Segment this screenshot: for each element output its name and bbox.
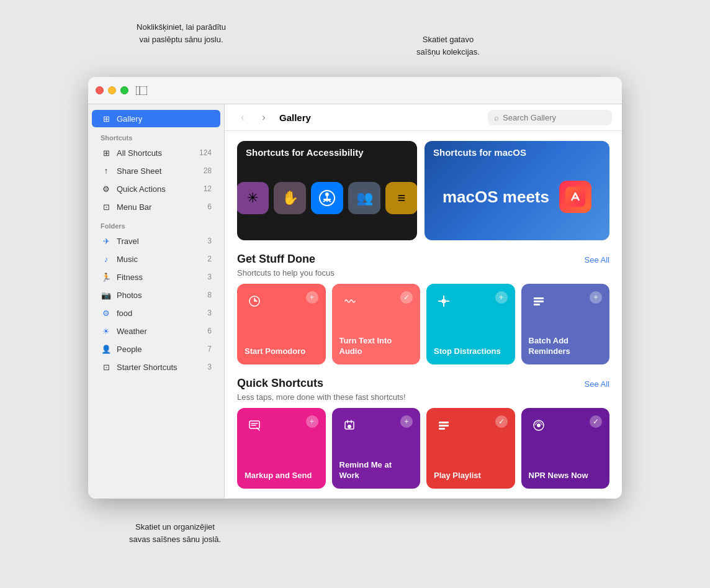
markup-send-icon [245, 415, 264, 435]
toolbar-title: Gallery [279, 112, 311, 123]
fitness-icon: 🏃 [101, 271, 112, 283]
shortcuts-section-label: Shortcuts [88, 128, 224, 143]
stop-distractions-icon [434, 291, 454, 311]
sidebar-item-music[interactable]: ♪ Music 2 [92, 250, 220, 268]
svg-point-19 [537, 423, 541, 427]
back-button[interactable]: ‹ [235, 109, 251, 125]
minimize-button[interactable] [108, 86, 116, 94]
play-playlist-title: Play Playlist [434, 471, 508, 481]
sidebar-item-quick-actions[interactable]: ⚙ Quick Actions 12 [92, 180, 220, 197]
svg-rect-11 [534, 304, 540, 305]
weather-icon: ☀ [101, 325, 112, 337]
sidebar-item-photos[interactable]: 📷 Photos 8 [92, 286, 220, 304]
traffic-lights [96, 86, 128, 94]
search-bar[interactable]: ⌕ [488, 110, 612, 125]
npr-news-icon [529, 415, 549, 435]
quick-shortcuts-see-all[interactable]: See All [585, 379, 609, 389]
sidebar-item-menu-bar[interactable]: ⊡ Menu Bar 6 [92, 198, 220, 215]
stop-distractions-add[interactable]: + [495, 291, 508, 304]
macos-banner-text: macOS meets [443, 188, 549, 207]
food-icon: ⚙ [101, 307, 112, 319]
all-shortcuts-icon: ⊞ [101, 147, 112, 158]
sidebar: ⊞ Gallery Shortcuts ⊞ All Shortcuts 124 … [88, 104, 225, 499]
annotation-gallery: Skatiet gatavosaīšņu kolekcijas. [392, 34, 504, 58]
text-audio-title: Turn Text Into Audio [339, 336, 413, 357]
get-stuff-done-see-all[interactable]: See All [585, 255, 609, 265]
folders-section-label: Folders [88, 216, 224, 232]
sidebar-item-all-shortcuts[interactable]: ⊞ All Shortcuts 124 [92, 144, 220, 161]
sidebar-item-fitness[interactable]: 🏃 Fitness 3 [92, 268, 220, 286]
accessibility-icon-2: ✋ [274, 182, 306, 214]
get-stuff-done-cards: + Start Pomodoro [237, 284, 609, 364]
play-playlist-check[interactable]: ✓ [495, 415, 508, 428]
sidebar-item-starter-shortcuts[interactable]: ⊡ Starter Shortcuts 3 [92, 358, 220, 376]
card-turn-text-audio[interactable]: ✓ Turn Text Into Audio [332, 284, 421, 364]
text-audio-check[interactable]: ✓ [400, 291, 413, 304]
card-markup-send[interactable]: + Markup and Send [237, 408, 326, 489]
accessibility-banner[interactable]: Shortcuts for Accessibility ✳ ✋ [237, 141, 417, 240]
search-input[interactable] [503, 113, 606, 122]
svg-rect-15 [439, 422, 449, 423]
stop-distractions-title: Stop Distractions [434, 346, 508, 357]
quick-shortcuts-cards: + Markup and Send [237, 408, 609, 489]
svg-rect-17 [439, 428, 445, 430]
remind-work-title: Remind Me at Work [339, 460, 413, 481]
gallery-content: Shortcuts for Accessibility ✳ ✋ [225, 131, 622, 499]
accessibility-icon-1: ✳ [237, 182, 269, 214]
quick-shortcuts-subtitle: Less taps, more done with these fast sho… [237, 392, 609, 402]
search-icon: ⌕ [494, 113, 499, 122]
annotation-organize: Skatiet un organizējietsavas saīšnes sān… [107, 521, 243, 545]
sidebar-item-travel[interactable]: ✈ Travel 3 [92, 232, 220, 250]
card-batch-add-reminders[interactable]: + Batch Add Reminders [521, 284, 610, 364]
get-stuff-done-subtitle: Shortcuts to help you focus [237, 268, 609, 278]
batch-reminders-icon [529, 291, 549, 311]
svg-rect-10 [534, 301, 544, 302]
svg-rect-8 [442, 299, 446, 303]
card-start-pomodoro[interactable]: + Start Pomodoro [237, 284, 326, 364]
sidebar-item-food[interactable]: ⚙ food 3 [92, 304, 220, 322]
forward-button[interactable]: › [256, 109, 272, 125]
svg-rect-16 [439, 425, 449, 427]
accessibility-icon-3 [311, 182, 343, 214]
sidebar-toggle-button[interactable] [136, 86, 148, 96]
macos-banner[interactable]: Shortcuts for macOS macOS meets [425, 141, 609, 240]
sidebar-item-people[interactable]: 👤 People 7 [92, 340, 220, 358]
main-panel: ‹ › Gallery ⌕ Shortcuts for Accessibilit… [225, 104, 622, 499]
svg-point-3 [325, 192, 329, 196]
card-top: + [434, 291, 508, 311]
card-remind-work[interactable]: + Remind Me at Work [332, 408, 421, 489]
card-top: + [245, 415, 318, 435]
share-sheet-icon: ↑ [101, 165, 112, 176]
quick-actions-icon: ⚙ [101, 183, 112, 194]
app-window: ⊞ Gallery Shortcuts ⊞ All Shortcuts 124 … [88, 77, 622, 499]
accessibility-title: Shortcuts for Accessibility [246, 147, 364, 158]
card-play-playlist[interactable]: ✓ Play Playlist [426, 408, 515, 489]
remind-work-add[interactable]: + [400, 415, 413, 428]
maximize-button[interactable] [120, 86, 128, 94]
sidebar-item-share-sheet[interactable]: ↑ Share Sheet 28 [92, 162, 220, 179]
card-stop-distractions[interactable]: + Stop Distractions [426, 284, 515, 364]
app-wrapper: Noklikšķiniet, lai parādītuvai paslēptu … [88, 77, 622, 499]
accessibility-icon-5: ≡ [385, 182, 417, 214]
card-top: + [245, 291, 318, 311]
annotation-sidebar: Noklikšķiniet, lai parādītuvai paslēptu … [125, 21, 237, 45]
people-icon: 👤 [101, 343, 112, 355]
card-npr-news[interactable]: ✓ NPR News Now [521, 408, 610, 489]
card-top: ✓ [434, 415, 508, 435]
markup-send-title: Markup and Send [245, 471, 318, 481]
npr-news-check[interactable]: ✓ [590, 415, 602, 428]
pomodoro-title: Start Pomodoro [245, 346, 318, 357]
starter-shortcuts-icon: ⊡ [101, 361, 112, 373]
card-top: ✓ [529, 415, 603, 435]
accessibility-icon-4: 👥 [348, 182, 380, 214]
music-icon: ♪ [101, 253, 112, 265]
pomodoro-add[interactable]: + [306, 291, 318, 304]
close-button[interactable] [96, 86, 104, 94]
sidebar-item-gallery[interactable]: ⊞ Gallery [92, 110, 220, 127]
markup-send-add[interactable]: + [306, 415, 318, 428]
pomodoro-icon [245, 291, 264, 311]
svg-rect-9 [534, 297, 544, 299]
sidebar-item-weather[interactable]: ☀ Weather 6 [92, 322, 220, 340]
batch-reminders-add[interactable]: + [590, 291, 602, 304]
card-top: + [529, 291, 603, 311]
